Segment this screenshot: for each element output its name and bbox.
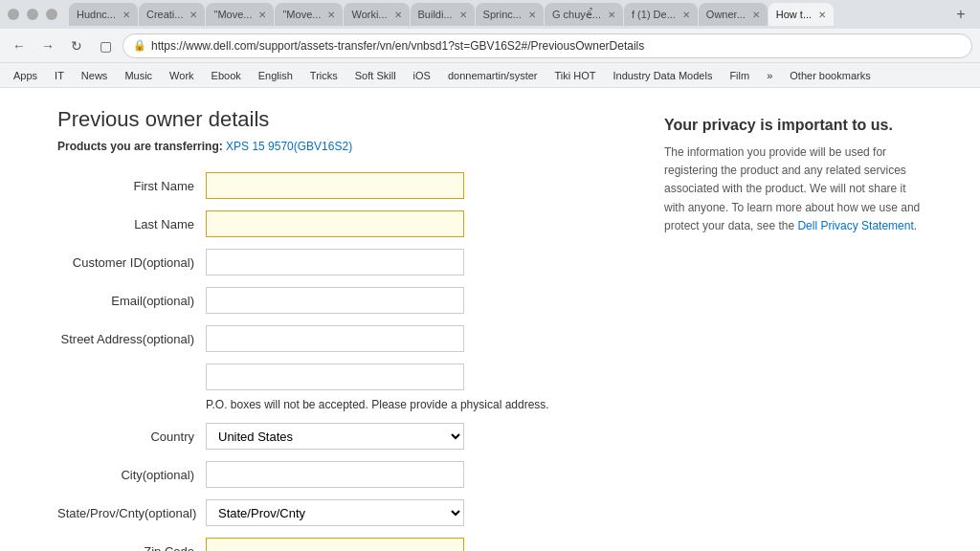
tabs-bar: Hudnc...✕Creati...✕"Move...✕"Move...✕Wor… [69, 3, 946, 26]
browser-title-bar: Hudnc...✕Creati...✕"Move...✕"Move...✕Wor… [0, 0, 980, 29]
browser-tab[interactable]: Creati...✕ [139, 3, 206, 26]
zip-input[interactable] [206, 538, 464, 551]
privacy-link[interactable]: Dell Privacy Statement [797, 219, 913, 232]
bookmark-item[interactable]: Industry Data Models [607, 68, 718, 83]
product-label: Products you are transferring: [57, 140, 223, 153]
first-name-input[interactable] [206, 172, 464, 199]
bookmark-item[interactable]: News [76, 68, 114, 83]
email-label: Email(optional) [57, 294, 206, 308]
city-row: City(optional) [57, 461, 626, 488]
last-name-input[interactable] [206, 210, 464, 237]
maximize-button[interactable] [27, 9, 38, 20]
country-label: Country [57, 430, 206, 444]
browser-tab[interactable]: "Move...✕ [206, 3, 274, 26]
bookmark-item[interactable]: IT [49, 68, 70, 83]
last-name-label: Last Name [57, 217, 206, 231]
street-address-input[interactable] [206, 325, 464, 352]
address-bar: ← → ↻ ▢ 🔒 https://www.dell.com/support/a… [0, 29, 980, 63]
privacy-panel: Your privacy is important to us. The inf… [664, 107, 923, 532]
zip-label: Zip Code [57, 544, 206, 552]
reload-button[interactable]: ↻ [65, 34, 88, 57]
browser-tab[interactable]: f (1) De...✕ [624, 3, 698, 26]
bookmark-item[interactable]: Music [119, 68, 158, 83]
bookmark-item[interactable]: Film [724, 68, 755, 83]
email-row: Email(optional) [57, 287, 626, 314]
zip-row: Zip Code [57, 538, 626, 551]
customer-id-row: Customer ID(optional) [57, 249, 626, 276]
browser-tab[interactable]: Buildi...✕ [411, 3, 475, 26]
forward-button[interactable]: → [36, 34, 59, 57]
first-name-row: First Name [57, 172, 626, 199]
product-info: Products you are transferring: XPS 15 95… [57, 140, 626, 153]
customer-id-label: Customer ID(optional) [57, 255, 206, 270]
state-select[interactable]: State/Prov/Cnty [206, 499, 464, 526]
bookmark-item[interactable]: Ebook [206, 68, 247, 83]
bookmark-item[interactable]: Other bookmarks [784, 68, 876, 83]
bookmark-item[interactable]: Work [164, 68, 199, 83]
address-note: P.O. boxes will not be accepted. Please … [206, 398, 626, 411]
page-content: Previous owner details Products you are … [0, 88, 980, 551]
bookmark-item[interactable]: » [761, 68, 778, 83]
country-row: Country United StatesVietnamUnited Kingd… [57, 423, 626, 450]
bookmark-item[interactable]: Soft Skill [349, 68, 402, 83]
customer-id-input[interactable] [206, 249, 464, 276]
privacy-title: Your privacy is important to us. [664, 117, 923, 134]
bookmark-item[interactable]: iOS [408, 68, 436, 83]
street-address-label: Street Address(optional) [57, 332, 206, 346]
url-bar[interactable]: 🔒 https://www.dell.com/support/assets-tr… [122, 33, 972, 58]
bookmark-item[interactable]: Apps [8, 68, 43, 83]
product-name: XPS 15 9570(GBV16S2) [226, 140, 352, 153]
browser-tab[interactable]: "Move...✕ [275, 3, 343, 26]
form-section: Previous owner details Products you are … [57, 107, 626, 532]
new-tab-button[interactable]: + [949, 3, 972, 26]
window-controls[interactable] [8, 9, 57, 20]
first-name-label: First Name [57, 179, 206, 193]
page-title: Previous owner details [57, 107, 626, 132]
close-button[interactable] [46, 9, 57, 20]
last-name-row: Last Name [57, 210, 626, 237]
bookmark-item[interactable]: donnemartin/syster [442, 68, 544, 83]
country-select[interactable]: United StatesVietnamUnited KingdomOther [206, 423, 464, 450]
lock-icon: 🔒 [133, 39, 146, 52]
browser-tab[interactable]: Hudnc...✕ [69, 3, 138, 26]
browser-tab[interactable]: Sprinc...✕ [476, 3, 544, 26]
bookmark-item[interactable]: Tiki HOT [548, 68, 601, 83]
bookmark-item[interactable]: Tricks [304, 68, 344, 83]
state-label: State/Prov/Cnty(optional) [57, 506, 206, 520]
privacy-text2: . [914, 219, 917, 232]
email-input[interactable] [206, 287, 464, 314]
browser-tab[interactable]: Worki...✕ [344, 3, 409, 26]
home-button[interactable]: ▢ [94, 34, 117, 57]
minimize-button[interactable] [8, 9, 19, 20]
back-button[interactable]: ← [8, 34, 31, 57]
state-row: State/Prov/Cnty(optional) State/Prov/Cnt… [57, 499, 626, 526]
url-text: https://www.dell.com/support/assets-tran… [151, 39, 644, 53]
privacy-text: The information you provide will be used… [664, 143, 923, 235]
street-address-row: Street Address(optional) [57, 325, 626, 352]
city-input[interactable] [206, 461, 464, 488]
bookmark-item[interactable]: English [253, 68, 299, 83]
browser-tab[interactable]: G chuyể...✕ [545, 3, 623, 26]
street-address2-input[interactable] [206, 364, 464, 390]
street-address2-row [57, 364, 626, 390]
city-label: City(optional) [57, 468, 206, 482]
browser-tab[interactable]: Owner...✕ [699, 3, 768, 26]
browser-tab[interactable]: How t...✕ [768, 3, 834, 26]
bookmarks-bar: AppsITNewsMusicWorkEbookEnglishTricksSof… [0, 63, 980, 88]
